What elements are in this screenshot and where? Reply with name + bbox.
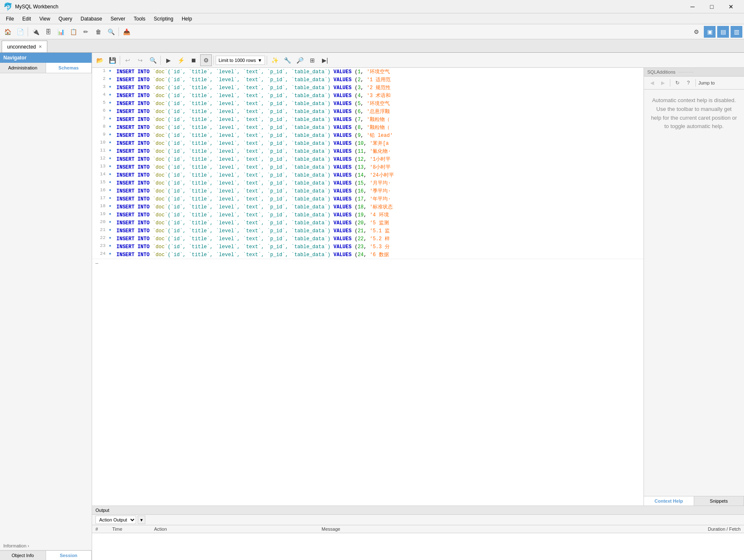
code-line: 19●INSERT INTO `doc`(`id`, `title`, `lev…	[92, 211, 644, 219]
layout-button-2[interactable]: ▤	[717, 26, 729, 38]
line-content[interactable]: INSERT INTO `doc`(`id`, `title`, `level`…	[115, 76, 644, 84]
line-number: 22	[92, 235, 109, 243]
tab-schemas[interactable]: Schemas	[46, 63, 92, 73]
menu-database[interactable]: Database	[77, 14, 106, 23]
line-dot: ●	[109, 92, 115, 100]
help-icon[interactable]: ?	[684, 78, 693, 87]
execute-explain-icon[interactable]: ⚙	[200, 54, 212, 66]
execute-current-icon[interactable]: ⚡	[175, 54, 187, 66]
line-content[interactable]: INSERT INTO `doc`(`id`, `title`, `level`…	[115, 139, 644, 147]
line-content[interactable]: INSERT INTO `doc`(`id`, `title`, `level`…	[115, 179, 644, 187]
code-editor[interactable]: 1●INSERT INTO `doc`(`id`, `title`, `leve…	[92, 68, 644, 506]
columns-icon[interactable]: ⊞	[306, 54, 318, 66]
line-content[interactable]: INSERT INTO `doc`(`id`, `title`, `level`…	[115, 155, 644, 163]
line-content[interactable]: INSERT INTO `doc`(`id`, `title`, `level`…	[115, 195, 644, 203]
line-content[interactable]: INSERT INTO `doc`(`id`, `title`, `level`…	[115, 131, 644, 139]
prev-button[interactable]: ◀	[647, 78, 656, 87]
line-content[interactable]: INSERT INTO `doc`(`id`, `title`, `level`…	[115, 219, 644, 227]
line-content[interactable]: INSERT INTO `doc`(`id`, `title`, `level`…	[115, 147, 644, 155]
code-line: 2●INSERT INTO `doc`(`id`, `title`, `leve…	[92, 76, 644, 84]
line-number: 4	[92, 92, 109, 100]
open-sql-button[interactable]: 📄	[14, 26, 26, 38]
tab-context-help[interactable]: Context Help	[644, 496, 694, 506]
line-content[interactable]: INSERT INTO `doc`(`id`, `title`, `level`…	[115, 251, 644, 259]
undo-icon[interactable]: ↩	[122, 54, 134, 66]
minimize-button[interactable]: ─	[683, 0, 702, 13]
line-dot: ●	[109, 171, 115, 179]
format-icon[interactable]: 🔧	[281, 54, 293, 66]
import-button[interactable]: 📥	[121, 26, 132, 38]
limit-dropdown-icon: ▼	[257, 58, 262, 63]
next-button[interactable]: ▶	[658, 78, 667, 87]
maximize-button[interactable]: □	[702, 0, 721, 13]
menu-help[interactable]: Help	[178, 14, 196, 23]
tab-unconnected[interactable]: unconnected ✕	[2, 41, 47, 52]
output-table-header: # Time Action Message Duration / Fetch	[92, 525, 744, 533]
layout-button-3[interactable]: ▥	[731, 26, 742, 38]
reconnect-button[interactable]: 🔌	[30, 26, 41, 38]
line-content[interactable]: INSERT INTO `doc`(`id`, `title`, `level`…	[115, 92, 644, 100]
line-dot: ●	[109, 76, 115, 84]
drop-table-button[interactable]: 🗑	[93, 26, 104, 38]
line-content[interactable]: INSERT INTO `doc`(`id`, `title`, `level`…	[115, 243, 644, 251]
zoom-icon[interactable]: 🔎	[294, 54, 306, 66]
line-content[interactable]: INSERT INTO `doc`(`id`, `title`, `level`…	[115, 108, 644, 116]
tab-administration[interactable]: Administration	[0, 63, 46, 73]
line-number: 8	[92, 123, 109, 131]
close-button[interactable]: ✕	[721, 0, 741, 13]
line-dot: ●	[109, 227, 115, 235]
line-content[interactable]: INSERT INTO `doc`(`id`, `title`, `level`…	[115, 116, 644, 123]
edit-table-button[interactable]: ✏	[80, 26, 92, 38]
menu-view[interactable]: View	[35, 14, 54, 23]
line-content[interactable]: INSERT INTO `doc`(`id`, `title`, `level`…	[115, 227, 644, 235]
new-connection-button[interactable]: 🏠	[2, 26, 13, 38]
line-content[interactable]: INSERT INTO `doc`(`id`, `title`, `level`…	[115, 187, 644, 195]
line-number: 9	[92, 131, 109, 139]
code-line: 3●INSERT INTO `doc`(`id`, `title`, `leve…	[92, 84, 644, 92]
tab-object-info[interactable]: Object Info	[0, 551, 46, 560]
menu-server[interactable]: Server	[106, 14, 129, 23]
code-line: 24●INSERT INTO `doc`(`id`, `title`, `lev…	[92, 251, 644, 259]
refresh-icon[interactable]: ↻	[673, 78, 682, 87]
settings-icon[interactable]: ⚙	[690, 26, 702, 38]
line-content[interactable]: INSERT INTO `doc`(`id`, `title`, `level`…	[115, 123, 644, 131]
action-output-select[interactable]: Action Output	[95, 516, 136, 524]
qtb-sep1	[120, 56, 120, 65]
open-folder-icon[interactable]: 📂	[94, 54, 106, 66]
execute-icon[interactable]: ▶	[162, 54, 174, 66]
save-icon[interactable]: 💾	[106, 54, 118, 66]
tab-snippets[interactable]: Snippets	[694, 496, 744, 506]
line-content[interactable]: INSERT INTO `doc`(`id`, `title`, `level`…	[115, 84, 644, 92]
line-content[interactable]: INSERT INTO `doc`(`id`, `title`, `level`…	[115, 68, 644, 76]
new-table-button[interactable]: 📋	[67, 26, 79, 38]
more-icon[interactable]: ▶|	[319, 54, 331, 66]
layout-button-1[interactable]: ▣	[704, 26, 716, 38]
code-line: 12●INSERT INTO `doc`(`id`, `title`, `lev…	[92, 155, 644, 163]
beautify-icon[interactable]: ✨	[269, 54, 281, 66]
line-content[interactable]: INSERT INTO `doc`(`id`, `title`, `level`…	[115, 171, 644, 179]
line-content[interactable]: INSERT INTO `doc`(`id`, `title`, `level`…	[115, 203, 644, 211]
limit-rows-select[interactable]: Limit to 1000 rows ▼	[216, 56, 265, 65]
line-content[interactable]: INSERT INTO `doc`(`id`, `title`, `level`…	[115, 235, 644, 243]
menu-scripting[interactable]: Scripting	[149, 14, 178, 23]
line-content[interactable]: INSERT INTO `doc`(`id`, `title`, `level`…	[115, 163, 644, 171]
output-dropdown-button[interactable]: ▼	[138, 516, 145, 524]
information-section: Information ›	[0, 542, 92, 550]
stop-icon[interactable]: ⏹	[188, 54, 199, 66]
line-dot: ●	[109, 235, 115, 243]
redo-icon[interactable]: ↪	[134, 54, 146, 66]
menu-query[interactable]: Query	[54, 14, 77, 23]
find-icon[interactable]: 🔍	[147, 54, 159, 66]
line-number: 21	[92, 227, 109, 235]
search-button[interactable]: 🔍	[105, 26, 117, 38]
menu-file[interactable]: File	[2, 14, 18, 23]
table-data-button[interactable]: 📊	[55, 26, 67, 38]
menu-tools[interactable]: Tools	[129, 14, 149, 23]
app-icon: 🐬	[3, 2, 13, 11]
create-schema-button[interactable]: 🗄	[42, 26, 54, 38]
line-content[interactable]: INSERT INTO `doc`(`id`, `title`, `level`…	[115, 211, 644, 219]
line-content[interactable]: INSERT INTO `doc`(`id`, `title`, `level`…	[115, 100, 644, 108]
tab-close-icon[interactable]: ✕	[39, 44, 42, 49]
menu-edit[interactable]: Edit	[18, 14, 35, 23]
tab-session[interactable]: Session	[46, 551, 92, 560]
